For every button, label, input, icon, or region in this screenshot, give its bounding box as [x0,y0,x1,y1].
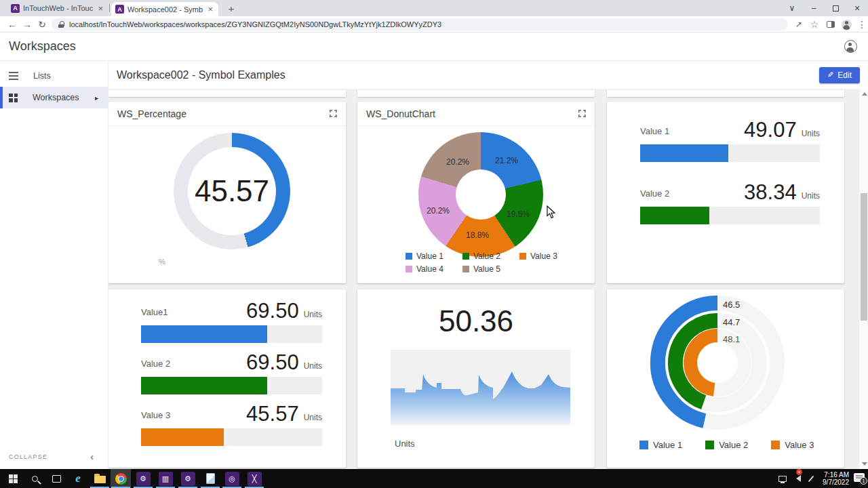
tab-separator [109,4,110,12]
chrome-icon [115,473,127,485]
side-panel-icon[interactable] [824,18,837,31]
trend-sparkline [391,350,570,425]
app-notepad-button[interactable] [200,469,220,488]
donut-slice-label: 19.5% [507,209,530,219]
folder-icon [94,476,106,483]
browser-menu-icon[interactable]: ⋮ [855,18,868,31]
window-maximize-button[interactable] [825,0,846,16]
expand-icon[interactable] [330,110,337,117]
bar-fill [640,207,709,224]
legend-item: Value 3 [771,440,814,450]
bookmark-star-icon[interactable]: ☆ [808,18,821,31]
app-circle-button[interactable]: ◎ [222,469,242,488]
sidebar-item-label: Lists [33,71,51,81]
share-icon[interactable]: ↗ [792,18,806,31]
monitor-icon: ▥ [159,472,173,486]
scrollbar-up-icon[interactable] [862,92,867,96]
internet-explorer-button[interactable]: e [68,469,88,488]
scrollbar[interactable] [859,89,868,469]
task-view-button[interactable] [46,469,66,488]
window-more-button[interactable]: ∨ [781,0,803,16]
legend-label: Value 5 [473,264,500,274]
tab-intouchweb[interactable]: A InTouchWeb - InTouch Introduction × [7,0,108,16]
app-monitor-button[interactable]: ▥ [155,469,176,488]
legend-label: Value 3 [530,251,557,261]
sidebar-item-workspaces[interactable]: Workspaces ▸ [0,87,108,108]
app-x-button[interactable]: ╳ [244,469,264,488]
scrollbar-thumb[interactable] [861,193,867,321]
partial-card [108,90,346,97]
legend-label: Value 2 [473,251,500,261]
tab-title: InTouchWeb - InTouch Introduction [23,4,93,12]
profile-avatar[interactable] [840,18,853,31]
tray-tool-icon[interactable] [806,469,816,488]
edit-button[interactable]: ✎ Edit [819,67,860,83]
chrome-button[interactable] [111,469,131,488]
bar-row: Value169.50Units [141,300,322,343]
forward-button[interactable]: → [20,18,34,31]
bar-track [640,144,820,162]
tray-pc-icon[interactable] [776,469,789,488]
window-minimize-button[interactable]: – [803,0,825,16]
bar-fill [141,325,267,343]
file-explorer-button[interactable] [90,469,110,488]
app-gears-button[interactable]: ⚙ [133,469,153,488]
speaker-icon [793,475,801,482]
bar-value: 69.50 [246,300,299,321]
search-button[interactable] [24,469,45,488]
donut-chart: 21.2% 19.5% 18.8% 20.2% 20.2% [418,132,543,257]
bar-row: Value 149.07Units [640,119,820,162]
bar-value: 69.50 [246,352,299,373]
bar-unit: Units [304,361,322,373]
task-view-icon [52,475,61,483]
clock-date: 9/7/2022 [818,479,849,486]
url-text: localhost/InTouchWeb/workspaces/workspac… [69,20,441,28]
radial-value-label: 44.7 [723,317,740,327]
app-network-button[interactable]: ⚙ [178,469,198,488]
x-icon: ╳ [248,472,262,486]
grid-icon [9,94,18,102]
sidebar-item-lists[interactable]: Lists [0,65,108,87]
bar-label: Value 3 [141,410,246,424]
tray-volume-muted-icon[interactable]: × [789,469,804,488]
sidebar-item-label: Workspaces [33,93,79,102]
legend-label: Value 1 [416,251,443,261]
gauge-unit-label: % [159,258,165,266]
legend-item: Value 2 [462,251,519,261]
window-close-button[interactable]: × [846,0,868,16]
bar-fill [640,144,728,162]
card-ws-donutchart: WS_DonutChart 21.2% 19.5% 18.8% 20.2% 20… [357,102,595,283]
tab-close-icon[interactable]: × [206,5,214,14]
windows-logo-icon [9,474,18,483]
expand-icon[interactable] [578,110,586,117]
new-tab-button[interactable]: + [225,2,237,14]
bar-unit: Units [802,129,820,140]
legend-item: Value 3 [519,251,576,261]
bar-value: 38.34 [744,182,797,203]
tab-favicon: A [115,5,124,14]
notepad-icon [206,473,215,484]
url-bar[interactable]: localhost/InTouchWeb/workspaces/workspac… [52,18,788,30]
sparkline-svg [391,350,570,425]
page-title: Workspace002 - Symbol Examples [117,69,285,81]
donut-slice-label: 21.2% [495,156,518,165]
notification-badge: 1 [860,477,867,485]
search-icon [32,476,38,482]
lock-icon [58,21,64,28]
tab-close-icon[interactable]: × [96,4,104,13]
radial-value-label: 46.5 [723,300,740,310]
donut-slice-label: 18.8% [466,230,489,240]
back-button[interactable]: ← [5,18,19,31]
account-icon[interactable] [844,40,857,53]
legend-item: Value 2 [705,440,748,450]
notification-icon[interactable]: 1 [854,473,865,482]
clock[interactable]: 7:16 AM 9/7/2022 [818,471,849,486]
legend-swatch [406,266,412,272]
bar-unit: Units [802,191,820,203]
start-button[interactable] [3,469,23,488]
collapse-button[interactable]: COLLAPSE ‹ [0,449,108,465]
reload-button[interactable]: ↻ [35,18,49,31]
scrollbar-down-icon[interactable] [862,462,867,466]
tab-workspace002[interactable]: A Workspace002 - Symbol Examples × [111,2,218,16]
sidebar: Lists Workspaces ▸ COLLAPSE ‹ [0,61,108,469]
